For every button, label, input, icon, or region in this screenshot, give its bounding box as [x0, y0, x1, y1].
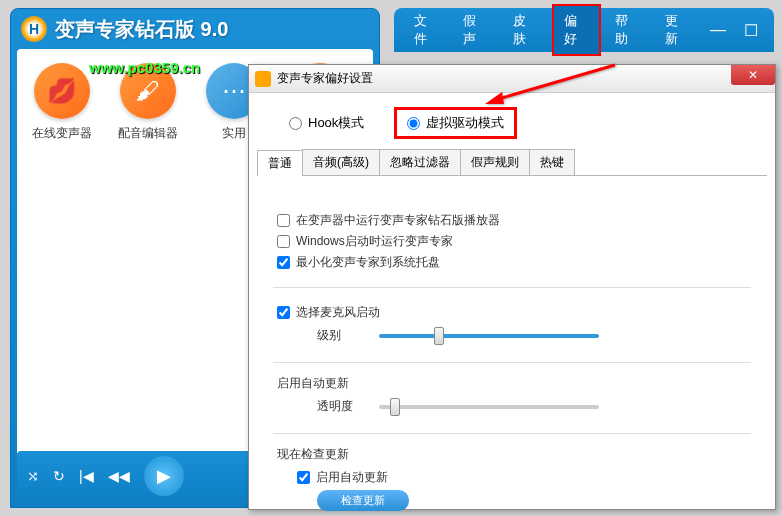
prev-icon[interactable]: |◀: [79, 468, 94, 484]
radio-virtual-label: 虚拟驱动模式: [426, 114, 504, 132]
slider-mic-level: 级别: [317, 327, 747, 344]
check-update-button[interactable]: 检查更新: [317, 490, 409, 511]
app-logo-icon: [21, 16, 47, 42]
lips-icon: 💋: [34, 63, 90, 119]
dialog-title-text: 变声专家偏好设置: [277, 70, 373, 87]
checkbox-run-player[interactable]: [277, 214, 290, 227]
annotation-arrow: [480, 60, 620, 114]
check-mic-select[interactable]: 选择麦克风启动: [277, 304, 747, 321]
menu-preferences[interactable]: 偏好: [552, 4, 601, 56]
menu-skin[interactable]: 皮肤: [503, 6, 548, 54]
check-run-player[interactable]: 在变声器中运行变声专家钻石版播放器: [277, 212, 747, 229]
checkbox-label: 启用自动更新: [316, 469, 388, 486]
group-title: 启用自动更新: [277, 375, 747, 392]
checkbox-label: 最小化变声专家到系统托盘: [296, 254, 440, 271]
checkbox-auto-update[interactable]: [297, 471, 310, 484]
dialog-icon: [255, 71, 271, 87]
level-slider[interactable]: [379, 334, 599, 338]
checkbox-label: 在变声器中运行变声专家钻石版播放器: [296, 212, 500, 229]
slider-thumb[interactable]: [390, 398, 400, 416]
menu-help[interactable]: 帮助: [605, 6, 650, 54]
maximize-icon[interactable]: ☐: [738, 19, 764, 42]
menu-file[interactable]: 文件: [404, 6, 449, 54]
group-auto-update: 启用自动更新 透明度: [273, 362, 751, 433]
radio-hook-label: Hook模式: [308, 114, 364, 132]
slider-label: 级别: [317, 327, 367, 344]
tool-online-voice-changer[interactable]: 💋 在线变声器: [27, 63, 97, 142]
tabs-bar: 普通 音频(高级) 忽略过滤器 假声规则 热键: [257, 149, 767, 176]
radio-hook-input[interactable]: [289, 117, 302, 130]
menu-bar-window: 文件 假声 皮肤 偏好 帮助 更新 — ☐: [394, 8, 774, 52]
tool-label: 实用: [222, 125, 246, 142]
checkbox-minimize-tray[interactable]: [277, 256, 290, 269]
slider-label: 透明度: [317, 398, 367, 415]
repeat-icon[interactable]: ↻: [53, 468, 65, 484]
checkbox-mic-select[interactable]: [277, 306, 290, 319]
tab-content-general: 在变声器中运行变声专家钻石版播放器 Windows启动时运行变声专家 最小化变声…: [249, 176, 775, 516]
tab-falsetto-rules[interactable]: 假声规则: [460, 149, 530, 175]
check-enable-auto-update[interactable]: 启用自动更新: [297, 469, 747, 486]
group-microphone: 选择麦克风启动 级别: [273, 287, 751, 362]
checkbox-label: 选择麦克风启动: [296, 304, 380, 321]
rewind-icon[interactable]: ◀◀: [108, 468, 130, 484]
preferences-dialog: 变声专家偏好设置 ✕ Hook模式 虚拟驱动模式 普通 音频(高级) 忽略过滤器…: [248, 64, 776, 510]
slider-thumb[interactable]: [434, 327, 444, 345]
tab-hotkeys[interactable]: 热键: [529, 149, 575, 175]
opacity-slider[interactable]: [379, 405, 599, 409]
tab-audio-advanced[interactable]: 音频(高级): [302, 149, 380, 175]
group-check-update: 现在检查更新 启用自动更新 检查更新: [273, 433, 751, 516]
tab-general[interactable]: 普通: [257, 150, 303, 176]
slider-opacity: 透明度: [317, 398, 747, 415]
tool-label: 配音编辑器: [118, 125, 178, 142]
tab-ignore-filter[interactable]: 忽略过滤器: [379, 149, 461, 175]
svg-marker-0: [485, 92, 504, 104]
radio-hook-mode[interactable]: Hook模式: [289, 114, 364, 132]
checkbox-windows-startup[interactable]: [277, 235, 290, 248]
close-button[interactable]: ✕: [731, 65, 775, 85]
radio-virtual-input[interactable]: [407, 117, 420, 130]
checkbox-label: Windows启动时运行变声专家: [296, 233, 453, 250]
tool-label: 在线变声器: [32, 125, 92, 142]
group-startup: 在变声器中运行变声专家钻石版播放器 Windows启动时运行变声专家 最小化变声…: [273, 196, 751, 287]
play-button[interactable]: ▶: [144, 456, 184, 496]
minimize-icon[interactable]: —: [704, 19, 732, 42]
check-windows-startup[interactable]: Windows启动时运行变声专家: [277, 233, 747, 250]
menu-update[interactable]: 更新: [655, 6, 700, 54]
shuffle-icon[interactable]: ⤭: [27, 468, 39, 484]
title-bar: 变声专家钻石版 9.0: [11, 9, 379, 49]
check-minimize-tray[interactable]: 最小化变声专家到系统托盘: [277, 254, 747, 271]
watermark-text: www.pc0359.cn: [89, 59, 200, 76]
app-title: 变声专家钻石版 9.0: [55, 16, 228, 43]
group-title: 现在检查更新: [277, 446, 747, 463]
menu-falsetto[interactable]: 假声: [453, 6, 498, 54]
